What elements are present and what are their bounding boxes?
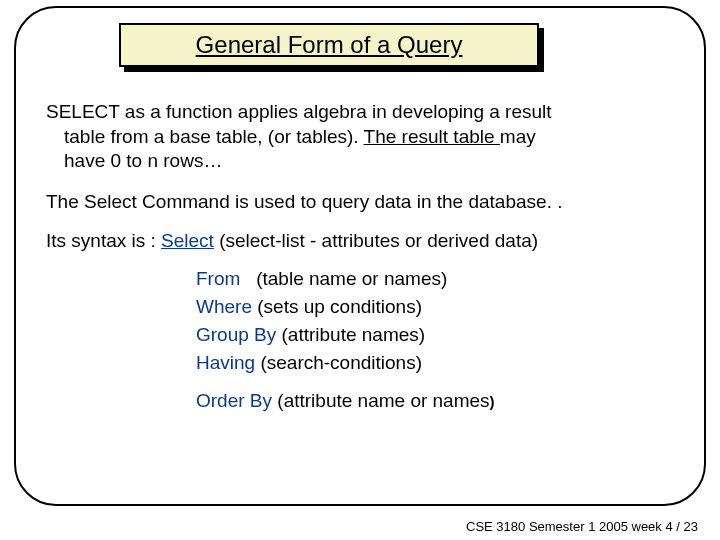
orderby-rest: (attribute name or names bbox=[272, 390, 490, 411]
paragraph-1: SELECT as a function applies algebra in … bbox=[46, 100, 674, 174]
groupby-rest: (attribute names) bbox=[276, 324, 425, 345]
select-keyword: Select bbox=[161, 230, 214, 251]
para1-line1: SELECT as a function applies algebra in … bbox=[46, 101, 552, 122]
clause-having: Having (search-conditions) bbox=[196, 351, 674, 376]
slide-footer: CSE 3180 Semester 1 2005 week 4 / 23 bbox=[466, 519, 698, 534]
groupby-keyword: Group By bbox=[196, 324, 276, 345]
from-rest: (table name or names) bbox=[240, 268, 447, 289]
clause-where: Where (sets up conditions) bbox=[196, 295, 674, 320]
slide-frame: General Form of a Query SELECT as a func… bbox=[14, 6, 706, 506]
having-rest: (search-conditions) bbox=[255, 352, 422, 373]
clause-orderby: Order By (attribute name or names) bbox=[196, 389, 674, 414]
orderby-keyword: Order By bbox=[196, 390, 272, 411]
para1-line2c: may bbox=[500, 126, 536, 147]
having-keyword: Having bbox=[196, 352, 255, 373]
paragraph-3: Its syntax is : Select (select-list - at… bbox=[46, 229, 674, 254]
orderby-close: ) bbox=[490, 393, 495, 410]
para1-line2a: table from a base table, (or tables). bbox=[64, 126, 364, 147]
para1-underlined: The result table bbox=[364, 126, 500, 147]
slide-title: General Form of a Query bbox=[196, 31, 463, 59]
where-keyword: Where bbox=[196, 296, 252, 317]
clause-from: From (table name or names) bbox=[196, 267, 674, 292]
slide-content: SELECT as a function applies algebra in … bbox=[46, 100, 674, 414]
from-keyword: From bbox=[196, 268, 240, 289]
title-box: General Form of a Query bbox=[119, 23, 539, 67]
clause-groupby: Group By (attribute names) bbox=[196, 323, 674, 348]
where-rest: (sets up conditions) bbox=[252, 296, 422, 317]
para3-a: Its syntax is : bbox=[46, 230, 161, 251]
paragraph-2: The Select Command is used to query data… bbox=[46, 190, 674, 215]
clause-list: From (table name or names) Where (sets u… bbox=[196, 267, 674, 375]
para1-line3: have 0 to n rows… bbox=[64, 150, 222, 171]
para3-b: (select-list - attributes or derived dat… bbox=[214, 230, 538, 251]
